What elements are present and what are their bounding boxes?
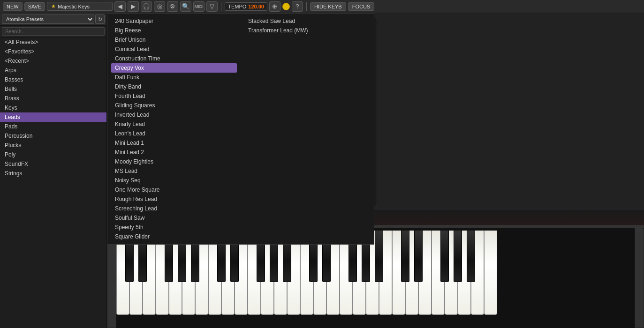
preset-squareglider[interactable]: Square Glider <box>111 232 237 241</box>
main-area: Atomika Presets ↻ <All Presets> <Favorit… <box>0 13 644 328</box>
separator2 <box>306 2 307 11</box>
prev-preset-button[interactable]: ◀ <box>114 1 126 12</box>
midi-icon[interactable]: MIDI <box>193 1 205 12</box>
hide-keyboard-button[interactable]: HIDE KEYB <box>310 2 346 11</box>
tempo-display: TEMPO 120.00 <box>225 2 267 11</box>
settings-icon[interactable]: ⚙ <box>167 1 178 12</box>
headphones2-icon[interactable]: ◎ <box>154 1 165 12</box>
preset-roughreslead[interactable]: Rough Res Lead <box>111 194 237 204</box>
preset-invertedlead[interactable]: Inverted Lead <box>111 110 237 119</box>
preset-glidingsquares[interactable]: Gliding Squares <box>111 101 237 110</box>
headphones-icon[interactable]: 🎧 <box>141 1 152 12</box>
tempo-label: TEMPO <box>228 4 246 9</box>
category-recent[interactable]: <Recent> <box>0 56 106 66</box>
category-favorites[interactable]: <Favorites> <box>0 47 106 56</box>
save-button[interactable]: SAVE <box>24 2 45 11</box>
preset-bigreese[interactable]: Big Reese <box>111 26 237 35</box>
preset-stackedsawlead[interactable]: Stacked Saw Lead <box>244 16 370 26</box>
black-key-24[interactable] <box>440 231 449 282</box>
next-preset-button[interactable]: ▶ <box>128 1 139 12</box>
preset-screechinglead[interactable]: Screeching Lead <box>111 204 237 213</box>
star-icon: ★ <box>51 3 56 9</box>
focus-button[interactable]: FOCUS <box>348 2 375 11</box>
toolbar: NEW SAVE ★ Majestic Keys ◀ ▶ 🎧 ◎ ⚙ 🔍 MID… <box>0 0 644 13</box>
search-box <box>0 26 106 37</box>
preset-fourthlead[interactable]: Fourth Lead <box>111 91 237 101</box>
left-panel: Atomika Presets ↻ <All Presets> <Favorit… <box>0 13 107 328</box>
category-poly[interactable]: Poly <box>0 150 106 159</box>
preset-header: Atomika Presets ↻ <box>0 13 106 26</box>
category-keys[interactable]: Keys <box>0 103 106 112</box>
preset-moodyeighties[interactable]: Moody Eighties <box>111 157 237 166</box>
category-soundfx[interactable]: SoundFX <box>0 159 106 169</box>
black-key-21[interactable] <box>401 231 409 282</box>
category-leads[interactable]: Leads <box>0 112 106 122</box>
preset-constructiontime[interactable]: Construction Time <box>111 54 237 63</box>
tempo-value[interactable]: 120.00 <box>248 4 264 9</box>
new-button[interactable]: NEW <box>3 2 23 11</box>
keyboard-right-rail <box>635 228 644 328</box>
yellow-status-indicator[interactable] <box>282 3 290 10</box>
category-pads[interactable]: Pads <box>0 122 106 131</box>
preset-speedy5th[interactable]: Speedy 5th <box>111 223 237 232</box>
preset-knarlylead[interactable]: Knarly Lead <box>111 119 237 129</box>
preset-bank-dropdown[interactable]: Atomika Presets <box>2 15 94 24</box>
preset-dirtyband[interactable]: Dirty Band <box>111 82 237 91</box>
preset-name-display: ★ Majestic Keys <box>47 2 113 11</box>
search-input[interactable] <box>2 27 105 36</box>
preset-mslead[interactable]: MS Lead <box>111 166 237 176</box>
preset-minilead1[interactable]: Mini Lead 1 <box>111 138 237 148</box>
category-all-presets[interactable]: <All Presets> <box>0 37 106 47</box>
separator1 <box>221 2 221 11</box>
preset-transformerlead[interactable]: Transformer Lead (MW) <box>244 26 370 35</box>
black-key-22[interactable] <box>414 231 423 282</box>
black-key-26[interactable] <box>467 231 475 282</box>
preset-comicallead[interactable]: Comical Lead <box>111 45 237 54</box>
logo-icon: ▽ <box>206 1 218 12</box>
grid-icon[interactable]: ⊕ <box>269 1 280 12</box>
preset-briefunison[interactable]: Brief Unison <box>111 35 237 45</box>
preset-dropdown-panel: 240 Sandpaper Big Reese Brief Unison Com… <box>107 13 374 245</box>
category-strings[interactable]: Strings <box>0 169 106 178</box>
white-key-last[interactable] <box>484 231 497 315</box>
preset-col-2: Stacked Saw Lead Transformer Lead (MW) <box>241 16 374 241</box>
category-percussion[interactable]: Percussion <box>0 131 106 141</box>
search-icon[interactable]: 🔍 <box>180 1 191 12</box>
preset-minilead2[interactable]: Mini Lead 2 <box>111 148 237 157</box>
preset-leonslead[interactable]: Leon's Lead <box>111 129 237 138</box>
refresh-button[interactable]: ↻ <box>95 15 105 24</box>
preset-columns: 240 Sandpaper Big Reese Brief Unison Com… <box>107 14 374 244</box>
preset-soulfulsaw[interactable]: Soulful Saw <box>111 213 237 223</box>
preset-creepyvox[interactable]: Creepy Vox <box>111 63 237 73</box>
category-basses[interactable]: Basses <box>0 75 106 84</box>
preset-name-text: Majestic Keys <box>58 4 90 9</box>
black-key-25[interactable] <box>454 231 462 282</box>
preset-noisyseq[interactable]: Noisy Seq <box>111 176 237 185</box>
black-key-19[interactable] <box>375 231 383 282</box>
category-brass[interactable]: Brass <box>0 94 106 103</box>
category-arps[interactable]: Arps <box>0 66 106 75</box>
category-list: <All Presets> <Favorites> <Recent> Arps … <box>0 37 106 178</box>
preset-onemoresquare[interactable]: One More Square <box>111 185 237 194</box>
preset-240sandpaper[interactable]: 240 Sandpaper <box>111 16 237 26</box>
question-button[interactable]: ? <box>292 1 303 12</box>
category-plucks[interactable]: Plucks <box>0 141 106 150</box>
preset-daftfunk[interactable]: Daft Funk <box>111 73 237 82</box>
preset-col-1: 240 Sandpaper Big Reese Brief Unison Com… <box>107 16 241 241</box>
category-bells[interactable]: Bells <box>0 84 106 94</box>
